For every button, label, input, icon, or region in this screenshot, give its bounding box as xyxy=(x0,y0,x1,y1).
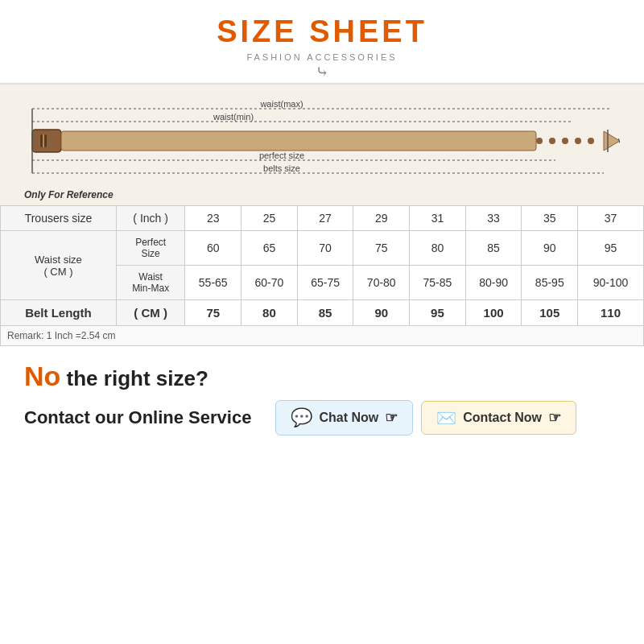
waist-90-100: 90-100 xyxy=(578,266,644,300)
table-row-perfect-size: Waist size( CM ) PerfectSize 60 65 70 75… xyxy=(1,231,644,266)
belt-85: 85 xyxy=(297,300,353,326)
remark-text: Remark: 1 Inch =2.54 cm xyxy=(0,326,644,346)
belt-length-label: Belt Length xyxy=(1,300,117,326)
contact-btn-label: Contact Now xyxy=(463,411,542,425)
table-row-trousers: Trousers size ( Inch ) 23 25 27 29 31 33… xyxy=(1,206,644,231)
belt-100: 100 xyxy=(465,300,522,326)
no-text: No xyxy=(24,361,60,391)
perfect-65: 65 xyxy=(242,231,298,266)
chat-now-button[interactable]: 💬 Chat Now ☞ xyxy=(275,400,413,436)
waist-minmax-label: WaistMin-Max xyxy=(116,266,185,300)
svg-point-12 xyxy=(588,138,594,144)
page-title: SIZE SHEET xyxy=(0,14,644,49)
mail-icon: ✉️ xyxy=(436,408,456,427)
waist-80-90: 80-90 xyxy=(465,266,522,300)
size-table-section: Trousers size ( Inch ) 23 25 27 29 31 33… xyxy=(0,205,644,346)
size-25: 25 xyxy=(242,206,298,231)
hand-icon-2: ☞ xyxy=(548,409,561,427)
inch-label: ( Inch ) xyxy=(116,206,185,231)
chevron-down-icon: ⤷ xyxy=(0,64,644,80)
bottom-section: No the right size? Contact our Online Se… xyxy=(0,346,644,444)
waist-65-75: 65-75 xyxy=(297,266,353,300)
waist-size-label: Waist size( CM ) xyxy=(1,231,117,300)
waist-85-95: 85-95 xyxy=(522,266,578,300)
svg-text:waist(max): waist(max) xyxy=(259,99,303,109)
belt-75: 75 xyxy=(185,300,242,326)
question-text: the right size? xyxy=(67,366,208,390)
perfect-70: 70 xyxy=(297,231,353,266)
chat-emoji-icon: 💬 xyxy=(291,407,312,428)
perfect-75: 75 xyxy=(353,231,410,266)
chat-btn-label: Chat Now xyxy=(319,411,378,425)
size-33: 33 xyxy=(465,206,522,231)
waist-70-80: 70-80 xyxy=(353,266,410,300)
belt-diagram-section: waist(max) waist(min) xyxy=(0,85,644,205)
belt-diagram: waist(max) waist(min) xyxy=(24,99,620,188)
size-37: 37 xyxy=(578,206,644,231)
perfect-60: 60 xyxy=(185,231,242,266)
svg-text:waist(min): waist(min) xyxy=(213,112,254,122)
contact-row: Contact our Online Service 💬 Chat Now ☞ … xyxy=(24,400,620,436)
belt-90: 90 xyxy=(353,300,410,326)
svg-text:belts size: belts size xyxy=(263,163,300,173)
svg-text:width: width xyxy=(617,135,620,145)
trousers-size-label: Trousers size xyxy=(1,206,117,231)
table-row-belt-length: Belt Length ( CM ) 75 80 85 90 95 100 10… xyxy=(1,300,644,326)
belt-length-unit: ( CM ) xyxy=(116,300,185,326)
belt-110: 110 xyxy=(578,300,644,326)
header-subtitle: FASHION ACCESSORIES xyxy=(0,52,644,62)
waist-55-65: 55-65 xyxy=(185,266,242,300)
perfect-85: 85 xyxy=(465,231,522,266)
contact-label: Contact our Online Service xyxy=(24,407,251,428)
perfect-95: 95 xyxy=(578,231,644,266)
size-31: 31 xyxy=(410,206,466,231)
contact-now-button[interactable]: ✉️ Contact Now ☞ xyxy=(421,401,576,435)
waist-75-85: 75-85 xyxy=(410,266,466,300)
perfect-size-label: PerfectSize xyxy=(116,231,185,266)
svg-text:perfect size: perfect size xyxy=(259,151,304,160)
size-29: 29 xyxy=(353,206,410,231)
belt-95: 95 xyxy=(410,300,466,326)
svg-marker-13 xyxy=(604,131,620,151)
svg-point-10 xyxy=(562,138,568,144)
perfect-90: 90 xyxy=(522,231,578,266)
only-for-reference-label: Only For Reference xyxy=(24,188,620,200)
waist-60-70: 60-70 xyxy=(242,266,298,300)
perfect-80: 80 xyxy=(410,231,466,266)
size-35: 35 xyxy=(522,206,578,231)
svg-point-9 xyxy=(549,138,555,144)
header-section: SIZE SHEET FASHION ACCESSORIES ⤷ xyxy=(0,0,644,85)
svg-rect-7 xyxy=(61,131,536,151)
hand-icon: ☞ xyxy=(385,409,398,427)
page: SIZE SHEET FASHION ACCESSORIES ⤷ waist(m… xyxy=(0,0,644,644)
size-table: Trousers size ( Inch ) 23 25 27 29 31 33… xyxy=(0,205,644,326)
size-27: 27 xyxy=(297,206,353,231)
svg-point-11 xyxy=(575,138,581,144)
svg-point-8 xyxy=(536,138,543,144)
belt-105: 105 xyxy=(522,300,578,326)
no-right-size-heading: No the right size? xyxy=(24,361,620,392)
belt-80: 80 xyxy=(242,300,298,326)
size-23: 23 xyxy=(185,206,242,231)
